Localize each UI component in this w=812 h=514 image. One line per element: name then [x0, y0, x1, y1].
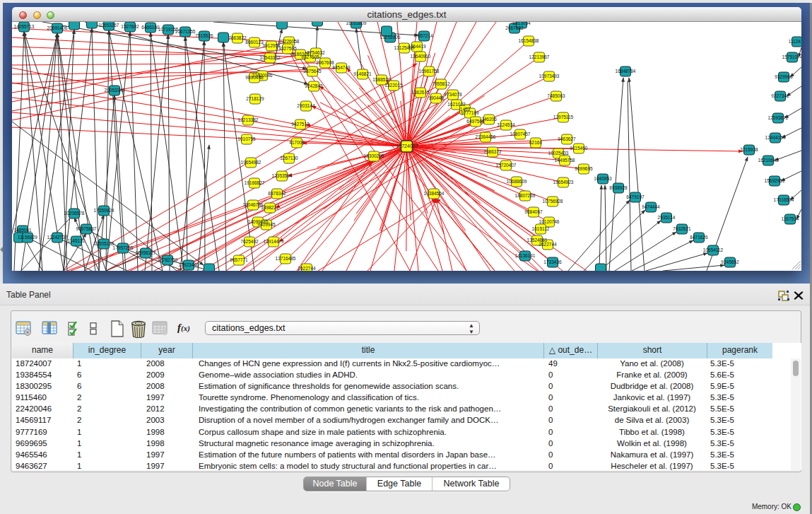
svg-text:3267130: 3267130: [280, 156, 298, 160]
svg-text:2903144: 2903144: [297, 103, 315, 108]
svg-text:10973493: 10973493: [539, 74, 560, 78]
svg-text:18300295: 18300295: [364, 153, 384, 158]
svg-text:9474444: 9474444: [642, 204, 660, 209]
svg-text:7386372: 7386372: [483, 149, 502, 154]
svg-text:8471626: 8471626: [690, 235, 708, 240]
svg-text:13640910: 13640910: [411, 54, 431, 59]
svg-text:10543382: 10543382: [260, 55, 281, 60]
svg-text:2754632: 2754632: [307, 50, 325, 55]
svg-text:15692951: 15692951: [765, 178, 785, 183]
svg-text:9227342: 9227342: [771, 93, 789, 98]
svg-text:13716485: 13716485: [276, 256, 296, 261]
svg-text:62160: 62160: [529, 140, 542, 145]
svg-text:2522744: 2522744: [539, 242, 557, 247]
svg-text:8813054: 8813054: [512, 22, 531, 25]
svg-text:7632621: 7632621: [673, 226, 691, 231]
svg-text:12213967: 12213967: [529, 54, 550, 59]
svg-text:16958127: 16958127: [136, 250, 156, 255]
svg-text:3124534: 3124534: [497, 122, 515, 127]
svg-text:12242737: 12242737: [47, 235, 68, 240]
svg-text:1362615: 1362615: [411, 90, 430, 95]
svg-text:20691406: 20691406: [47, 25, 68, 30]
svg-text:10782759: 10782759: [158, 257, 178, 262]
svg-text:90975887: 90975887: [76, 226, 97, 231]
svg-text:10653267: 10653267: [99, 23, 119, 28]
svg-text:990448: 990448: [428, 95, 444, 100]
svg-text:9327505: 9327505: [301, 54, 319, 59]
svg-text:17957255: 17957255: [113, 245, 134, 250]
svg-text:10025433: 10025433: [548, 151, 569, 156]
svg-text:17016504: 17016504: [774, 197, 794, 202]
svg-text:1485061: 1485061: [13, 228, 32, 233]
svg-text:8454749: 8454749: [332, 65, 351, 70]
svg-text:19166827: 19166827: [245, 180, 265, 185]
svg-text:12923446: 12923446: [179, 262, 199, 267]
svg-text:9777169: 9777169: [461, 110, 479, 115]
svg-text:9463627: 9463627: [558, 136, 576, 141]
svg-text:23226058: 23226058: [279, 39, 300, 44]
svg-text:20206578: 20206578: [64, 211, 85, 216]
svg-text:746206: 746206: [481, 117, 497, 122]
svg-text:1167534: 1167534: [782, 216, 799, 221]
svg-text:14136141: 14136141: [515, 253, 536, 258]
svg-text:9699695: 9699695: [575, 166, 593, 171]
svg-text:14495758: 14495758: [555, 158, 575, 163]
svg-text:6479197: 6479197: [626, 194, 645, 199]
svg-text:16848784: 16848784: [616, 69, 636, 74]
svg-text:19384554: 19384554: [424, 191, 445, 196]
svg-text:14914479: 14914479: [264, 239, 284, 244]
svg-text:19654982: 19654982: [241, 160, 261, 165]
svg-text:12444154: 12444154: [765, 135, 786, 140]
svg-text:2687682: 2687682: [505, 25, 524, 30]
svg-text:9115460: 9115460: [570, 146, 588, 151]
svg-text:9427512: 9427512: [291, 122, 310, 127]
svg-text:1322015: 1322015: [384, 83, 403, 88]
svg-text:1588520: 1588520: [372, 77, 391, 82]
svg-text:17359924: 17359924: [94, 208, 114, 213]
svg-text:16154838: 16154838: [519, 38, 539, 43]
svg-text:9146821: 9146821: [353, 71, 372, 76]
svg-text:7625402: 7625402: [240, 239, 259, 244]
svg-text:1364419: 1364419: [408, 44, 426, 49]
svg-text:3215938: 3215938: [740, 147, 758, 152]
svg-text:10688609: 10688609: [507, 179, 527, 184]
svg-text:9242845: 9242845: [305, 83, 323, 88]
svg-text:14055713: 14055713: [14, 24, 35, 29]
svg-text:417004: 417004: [289, 140, 305, 145]
svg-text:12093872: 12093872: [768, 115, 789, 120]
svg-text:3875645: 3875645: [303, 69, 322, 74]
svg-text:1145131: 1145131: [68, 238, 86, 243]
svg-text:1527602: 1527602: [121, 24, 139, 29]
svg-text:12353594: 12353594: [272, 173, 293, 178]
svg-text:1621022: 1621022: [447, 102, 466, 107]
svg-text:7485063: 7485063: [547, 93, 565, 98]
svg-text:8878342: 8878342: [268, 191, 286, 196]
svg-text:19654923: 19654923: [553, 180, 574, 185]
svg-text:9684067: 9684067: [524, 209, 543, 214]
svg-text:20053346: 20053346: [105, 88, 125, 93]
svg-text:9327505: 9327505: [278, 46, 297, 51]
svg-text:10807457: 10807457: [510, 132, 531, 136]
svg-text:9409945: 9409945: [257, 222, 276, 227]
svg-text:12505135: 12505135: [94, 241, 114, 246]
svg-text:12213382: 12213382: [238, 117, 259, 122]
svg-text:16961758: 16961758: [419, 69, 440, 74]
svg-text:11156829: 11156829: [18, 235, 37, 240]
svg-text:2967608: 2967608: [316, 60, 334, 65]
svg-text:9329966: 9329966: [775, 74, 793, 79]
svg-text:10671355: 10671355: [175, 29, 196, 34]
svg-text:1733436: 1733436: [543, 259, 562, 264]
svg-text:16053809: 16053809: [346, 22, 367, 25]
svg-text:10654112: 10654112: [703, 247, 724, 252]
svg-text:19218906: 19218906: [380, 35, 401, 40]
svg-text:1112419: 1112419: [789, 39, 801, 44]
svg-text:18724007: 18724007: [396, 144, 418, 148]
svg-text:2522744: 2522744: [298, 266, 316, 271]
svg-text:7663822: 7663822: [228, 35, 247, 40]
svg-text:9734078: 9734078: [444, 92, 462, 97]
svg-text:12975115: 12975115: [553, 115, 574, 119]
svg-text:16210643: 16210643: [758, 158, 779, 163]
svg-text:7955812: 7955812: [432, 81, 450, 86]
svg-text:10756928: 10756928: [543, 199, 563, 204]
svg-text:8660123: 8660123: [245, 40, 264, 45]
